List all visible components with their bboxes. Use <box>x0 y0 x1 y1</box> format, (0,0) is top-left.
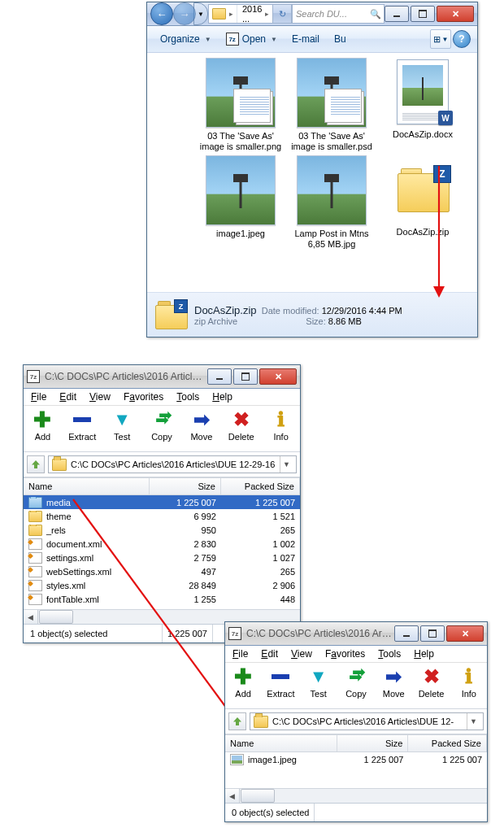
list-row[interactable]: image1.jpeg1 225 0071 225 007 <box>225 752 487 766</box>
close-button[interactable] <box>259 368 297 385</box>
window-title: C:\C DOCs\PC Articles\2016 Articl... <box>246 628 394 639</box>
move-icon <box>380 666 406 687</box>
minimize-button[interactable] <box>207 368 232 385</box>
minimize-button[interactable] <box>394 625 419 642</box>
col-size[interactable]: Size <box>150 478 221 494</box>
7zip-b-menubar: File Edit View Favorites Tools Help <box>225 646 487 663</box>
menu-help[interactable]: Help <box>206 390 238 404</box>
move-button[interactable]: Move <box>377 666 410 699</box>
up-folder-button[interactable] <box>27 455 45 473</box>
path-input[interactable]: C:\C DOCs\PC Articles\2016 Articles\DUE … <box>250 712 484 730</box>
file-item[interactable]: image1.jpeg <box>198 155 284 250</box>
scroll-left[interactable]: ◀ <box>24 610 38 624</box>
nav-forward-button[interactable]: → <box>173 2 196 25</box>
info-button[interactable]: Info <box>263 409 298 442</box>
extract-button[interactable]: Extract <box>65 409 100 442</box>
folder-icon <box>28 525 42 536</box>
close-button[interactable] <box>446 625 484 642</box>
help-button[interactable]: ? <box>453 30 471 48</box>
menu-help[interactable]: Help <box>408 647 440 661</box>
7zip-a-list-header: Name Size Packed Size <box>24 477 300 495</box>
extract-icon <box>69 409 95 430</box>
path-dropdown-icon[interactable]: ▼ <box>280 456 293 473</box>
breadcrumb-1[interactable]: 2016 ...▸ <box>237 5 273 23</box>
menu-file[interactable]: File <box>25 390 52 404</box>
test-button[interactable]: Test <box>105 409 140 442</box>
col-name[interactable]: Name <box>225 735 337 751</box>
extract-button[interactable]: Extract <box>264 666 297 699</box>
breadcrumb-folder-icon[interactable]: ▸ <box>209 5 237 23</box>
scroll-left[interactable]: ◀ <box>225 789 240 803</box>
status-selected-count: 0 object(s) selected <box>227 804 315 821</box>
file-item[interactable]: Z DocAsZip.zip <box>380 155 466 250</box>
horizontal-scrollbar[interactable]: ◀ <box>225 788 487 803</box>
7z-icon: 7z <box>226 33 239 46</box>
copy-button[interactable]: Copy <box>340 666 372 699</box>
delete-button[interactable]: Delete <box>224 409 259 442</box>
email-button[interactable]: E-mail <box>285 30 326 48</box>
svg-marker-1 <box>433 286 445 298</box>
view-options-button[interactable]: ⊞▼ <box>430 29 451 49</box>
explorer-titlebar[interactable]: ← → ▼ ▸ 2016 ...▸ DUE 12-29-16 PC\▾ ↻ Se… <box>147 2 477 26</box>
folder-icon <box>28 511 42 522</box>
delete-icon <box>228 409 254 430</box>
burn-button[interactable]: Bu <box>328 30 353 48</box>
organize-button[interactable]: Organize▼ <box>154 30 218 48</box>
copy-button[interactable]: Copy <box>145 409 180 442</box>
xml-file-icon <box>28 552 42 564</box>
close-button[interactable] <box>437 6 474 22</box>
col-packed[interactable]: Packed Size <box>221 478 300 494</box>
col-packed[interactable]: Packed Size <box>408 735 487 751</box>
file-item[interactable]: 03 The 'Save As' image is smaller.psd <box>289 58 375 152</box>
path-dropdown-icon[interactable]: ▼ <box>467 713 480 730</box>
col-name[interactable]: Name <box>24 478 150 494</box>
menu-tools[interactable]: Tools <box>372 647 406 661</box>
menu-tools[interactable]: Tools <box>171 390 205 404</box>
file-icon-area[interactable]: 03 The 'Save As' image is smaller.png 03… <box>147 53 477 292</box>
move-button[interactable]: Move <box>184 409 219 442</box>
item-packed: 1 225 007 <box>408 755 487 764</box>
menu-favorites[interactable]: Favorites <box>118 390 169 404</box>
info-button[interactable]: Info <box>453 666 485 699</box>
menu-view[interactable]: View <box>84 390 116 404</box>
menu-favorites[interactable]: Favorites <box>319 647 371 661</box>
7zip-a-menubar: File Edit View Favorites Tools Help <box>24 389 300 406</box>
path-input[interactable]: C:\C DOCs\PC Articles\2016 Articles\DUE … <box>48 455 297 473</box>
maximize-button[interactable] <box>411 6 435 22</box>
refresh-button[interactable]: ↻ <box>273 4 292 24</box>
scroll-thumb[interactable] <box>241 789 275 803</box>
minimize-button[interactable] <box>385 6 409 22</box>
maximize-button[interactable] <box>233 368 258 385</box>
modified-value: 12/29/2016 4:44 PM <box>322 306 402 316</box>
col-size[interactable]: Size <box>337 735 409 751</box>
maximize-button[interactable] <box>420 625 445 642</box>
menu-edit[interactable]: Edit <box>255 647 284 661</box>
file-label: 03 The 'Save As' image is smaller.psd <box>291 131 372 151</box>
file-item[interactable]: 03 The 'Save As' image is smaller.png <box>198 58 284 152</box>
menu-file[interactable]: File <box>227 647 254 661</box>
window-title: C:\C DOCs\PC Articles\2016 Articles\D... <box>45 371 207 382</box>
nav-back-button[interactable]: ← <box>150 2 173 25</box>
size-value: 8.86 MB <box>328 316 362 326</box>
add-button[interactable]: Add <box>227 666 259 699</box>
7zip-b-toolbar: Add Extract Test Copy Move Delete Info <box>225 663 487 709</box>
xml-file-icon <box>28 538 42 550</box>
7zip-b-titlebar[interactable]: 7z C:\C DOCs\PC Articles\2016 Articl... <box>225 622 487 646</box>
file-item[interactable]: W DocAsZip.docx <box>380 58 466 152</box>
up-folder-button[interactable] <box>228 712 246 730</box>
search-input[interactable]: Search DU... 🔍 <box>292 4 385 24</box>
menu-view[interactable]: View <box>285 647 318 661</box>
breadcrumb-bar[interactable]: ▸ 2016 ...▸ DUE 12-29-16 PC\▾ <box>208 4 273 24</box>
7zip-b-list[interactable]: image1.jpeg1 225 0071 225 007 <box>225 752 487 788</box>
selected-file-name: DocAsZip.zip <box>194 304 257 316</box>
add-button[interactable]: Add <box>25 409 60 442</box>
menu-edit[interactable]: Edit <box>54 390 82 404</box>
test-button[interactable]: Test <box>302 666 335 699</box>
info-icon <box>456 666 482 687</box>
folder-icon <box>212 8 226 20</box>
copy-icon <box>149 409 175 430</box>
file-item[interactable]: Lamp Post in Mtns 6,85 MB.jpg <box>289 155 375 250</box>
7zip-a-titlebar[interactable]: 7z C:\C DOCs\PC Articles\2016 Articles\D… <box>24 365 300 389</box>
delete-button[interactable]: Delete <box>415 666 447 699</box>
open-button[interactable]: 7zOpen▼ <box>219 29 284 49</box>
